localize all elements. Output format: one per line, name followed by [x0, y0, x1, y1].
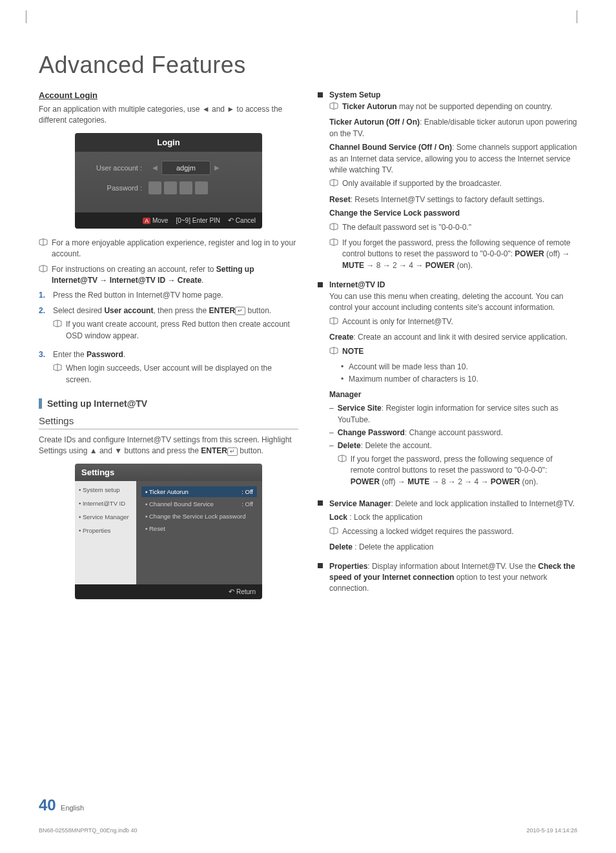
setting-up-heading: Setting up Internet@TV [39, 398, 298, 409]
crop-mark-right [577, 10, 577, 23]
content-columns: Account Login For an application with mu… [39, 90, 577, 606]
account-login-intro: For an application with multiple categor… [39, 104, 298, 127]
print-info: BN68-02558MNPRTQ_00Eng.indb 40 2010-5-19… [39, 827, 577, 834]
settings-subheading: Settings [39, 415, 298, 429]
note-item: Maximum number of characters is 10. [341, 374, 577, 385]
ticker-note: Ticker Autorun may not be supported depe… [329, 101, 577, 113]
login-dialog: Login User account : ◀ adgjm ▶ Password … [75, 133, 262, 229]
password-row: Password : [84, 181, 253, 194]
settings-row-channel-bound[interactable]: ▪ Channel Bound Service : Off [141, 498, 257, 509]
settings-dialog-body: • System setup • Internet@TV ID • Servic… [75, 481, 262, 584]
pin-box [180, 181, 192, 194]
page: Advanced Features Account Login For an a… [0, 0, 616, 853]
note-item: Account will be made less than 10. [341, 362, 577, 373]
note-icon [39, 238, 48, 249]
properties-section: Properties: Display information about In… [318, 561, 577, 597]
note-icon [39, 265, 48, 276]
note-icon [329, 179, 338, 190]
print-file: BN68-02558MNPRTQ_00Eng.indb 40 [39, 827, 137, 834]
sidebar-item-service-manager[interactable]: • Service Manager [79, 513, 132, 520]
page-number: 40 [39, 796, 56, 814]
create-para: Create: Create an account and link it wi… [329, 332, 577, 343]
undo-icon: ↶ [228, 216, 234, 224]
note-icon [329, 102, 338, 113]
note-icon [329, 317, 338, 328]
login-footer: A Move [0~9] Enter PIN ↶ Cancel [75, 212, 262, 229]
step-3: 3. Enter the Password. When login succee… [39, 349, 298, 389]
page-title: Advanced Features [39, 52, 577, 79]
lock-reset-note: If you forget the password, press the fo… [329, 238, 577, 271]
note-instructions: For instructions on creating an account,… [39, 264, 298, 287]
bullet-square-icon [318, 92, 323, 98]
note-icon [338, 455, 347, 466]
settings-dialog-title: Settings [75, 464, 262, 481]
step-1: 1.Press the Red button in Internet@TV ho… [39, 290, 298, 301]
note-icon [329, 223, 338, 234]
right-arrow-icon[interactable]: ▶ [210, 164, 223, 171]
step-3-note: When login succeeds, User account will b… [53, 363, 298, 385]
bullet-square-icon [318, 563, 323, 568]
login-dialog-title: Login [75, 133, 262, 152]
heading-bar-icon [39, 398, 42, 409]
bullet-square-icon [318, 282, 323, 287]
service-site-item: –Service Site: Register login informatio… [329, 403, 577, 426]
password-label: Password : [84, 184, 149, 192]
system-setup-section: System Setup Ticker Autorun may not be s… [318, 90, 577, 275]
enter-icon: ↵ [235, 307, 245, 315]
bullet-square-icon [318, 500, 323, 506]
sidebar-item-internet-tv-id[interactable]: • Internet@TV ID [79, 500, 132, 507]
note-icon [329, 347, 338, 358]
sidebar-item-properties[interactable]: • Properties [79, 527, 132, 534]
note-icon [329, 527, 338, 538]
note-list: Account will be made less than 10. Maxim… [341, 362, 577, 385]
note-icon [53, 364, 62, 375]
channel-bound-note: Only available if supported by the broad… [329, 178, 577, 190]
settings-sidebar: • System setup • Internet@TV ID • Servic… [75, 481, 136, 584]
delete-reset-note: If you forget the password, press the fo… [338, 454, 577, 488]
pin-box [164, 181, 177, 194]
account-login-heading: Account Login [39, 90, 298, 100]
step-2-note: If you want create account, press Red bu… [53, 319, 298, 342]
step-2: 2. Select desired User account, then pre… [39, 305, 298, 345]
cancel-hint: ↶ Cancel [228, 216, 256, 225]
lock-default-note: The default password set is "0-0-0-0." [329, 222, 577, 234]
service-manager-section: Service Manager: Delete and lock applica… [318, 498, 577, 556]
internet-tv-id-section: Internet@TV ID You can use this menu whe… [318, 280, 577, 493]
print-date: 2010-5-19 14:14:28 [526, 827, 577, 834]
settings-intro: Create IDs and configure Internet@TV set… [39, 435, 298, 457]
page-language: English [61, 804, 84, 812]
delete-item: – Delete: Delete the account. If you for… [329, 440, 577, 491]
settings-row-ticker-autorun[interactable]: ▪ Ticker Autorun : Off [141, 486, 257, 497]
enter-icon: ↵ [227, 447, 238, 456]
sidebar-item-system-setup[interactable]: • System setup [79, 486, 132, 493]
delete-para: Delete : Delete the application [329, 542, 577, 553]
lock-para: Lock : Lock the application [329, 512, 577, 523]
user-account-label: User account : [84, 164, 149, 172]
settings-row-change-lock[interactable]: ▪ Change the Service Lock password [141, 511, 257, 522]
left-arrow-icon[interactable]: ◀ [149, 164, 161, 171]
settings-main: ▪ Ticker Autorun : Off ▪ Channel Bound S… [136, 481, 262, 584]
internet-id-intro: You can use this menu when creating, del… [329, 291, 577, 314]
note-heading: NOTE [329, 346, 577, 358]
note-icon [329, 238, 338, 249]
a-badge-icon: A [143, 218, 150, 224]
password-input[interactable] [149, 181, 208, 194]
page-footer: 40 English [39, 796, 577, 814]
account-only-note: Account is only for Internet@TV. [329, 316, 577, 328]
enter-pin-hint: [0~9] Enter PIN [176, 217, 220, 224]
move-hint: A Move [143, 217, 168, 224]
user-account-row: User account : ◀ adgjm ▶ [84, 161, 253, 175]
left-column: Account Login For an application with mu… [39, 90, 298, 606]
lock-widget-note: Accessing a locked widget requires the p… [329, 526, 577, 538]
pin-box [195, 181, 208, 194]
reset-para: Reset: Resets Internet@TV settings to fa… [329, 194, 577, 205]
login-steps: 1.Press the Red button in Internet@TV ho… [39, 290, 298, 389]
manager-heading: Manager [329, 389, 577, 400]
manager-list: –Service Site: Register login informatio… [329, 403, 577, 491]
user-account-value[interactable]: adgjm [161, 161, 210, 175]
pin-box [149, 181, 161, 194]
change-lock-heading: Change the Service Lock password [329, 208, 577, 219]
crop-mark-left [26, 10, 26, 23]
settings-row-reset[interactable]: ▪ Reset [141, 523, 257, 534]
settings-dialog: Settings • System setup • Internet@TV ID… [75, 464, 262, 599]
